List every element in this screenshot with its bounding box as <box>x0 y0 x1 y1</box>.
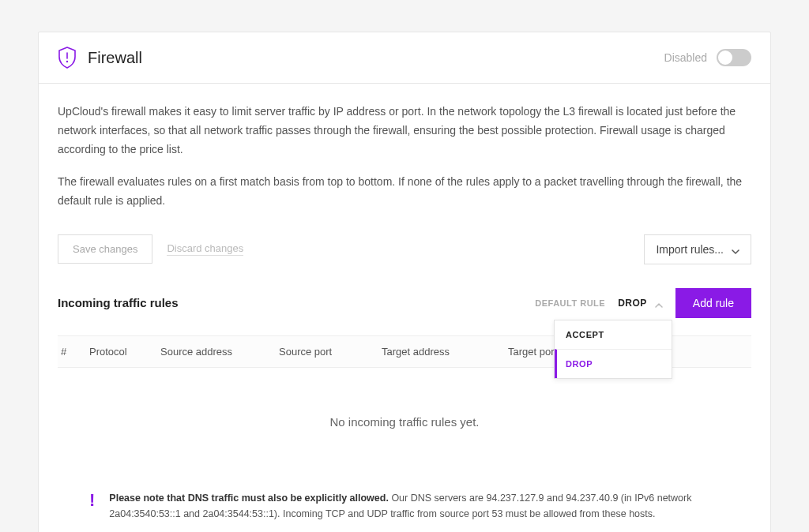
incoming-empty-state: No incoming traffic rules yet. <box>58 368 751 476</box>
card-body: UpCloud's firewall makes it easy to limi… <box>39 84 770 532</box>
page-title: Firewall <box>88 49 142 67</box>
alert-icon: ! <box>89 490 95 532</box>
default-rule-label: DEFAULT RULE <box>535 298 605 308</box>
firewall-card: Firewall Disabled UpCloud's firewall mak… <box>38 32 771 532</box>
incoming-section-header: Incoming traffic rules DEFAULT RULE DROP… <box>58 288 751 318</box>
firewall-status-label: Disabled <box>664 51 707 64</box>
dropdown-option-drop[interactable]: DROP <box>555 349 672 378</box>
chevron-up-icon <box>655 299 663 307</box>
note-text: Please note that DNS traffic must also b… <box>109 490 720 522</box>
description-paragraph-1: UpCloud's firewall makes it easy to limi… <box>58 103 751 159</box>
actions-left: Save changes Discard changes <box>58 234 243 264</box>
svg-point-1 <box>66 61 68 62</box>
import-rules-button[interactable]: Import rules... <box>644 234 751 264</box>
col-source-address: Source address <box>160 346 279 358</box>
note-content: Please note that DNS traffic must also b… <box>109 490 720 532</box>
header-left: Firewall <box>58 47 142 69</box>
default-rule-value: DROP <box>618 298 647 309</box>
incoming-section-controls: DEFAULT RULE DROP Add rule ACCEPT DROP <box>535 288 751 318</box>
dropdown-option-accept[interactable]: ACCEPT <box>555 320 672 349</box>
actions-row: Save changes Discard changes Import rule… <box>58 234 751 264</box>
toggle-knob <box>718 51 732 65</box>
col-source-port: Source port <box>279 346 382 358</box>
description-paragraph-2: The firewall evaluates rules on a first … <box>58 173 751 211</box>
default-rule-select[interactable]: DROP <box>618 298 663 309</box>
col-target-address: Target address <box>382 346 508 358</box>
save-changes-button[interactable]: Save changes <box>58 234 152 264</box>
header-right: Disabled <box>664 49 751 66</box>
incoming-section-title: Incoming traffic rules <box>58 296 179 309</box>
import-rules-label: Import rules... <box>656 243 724 256</box>
add-rule-button[interactable]: Add rule <box>675 288 751 318</box>
card-header: Firewall Disabled <box>39 32 770 84</box>
discard-changes-link[interactable]: Discard changes <box>167 242 243 256</box>
shield-alert-icon <box>58 47 77 69</box>
dns-note: ! Please note that DNS traffic must also… <box>58 484 751 532</box>
chevron-down-icon <box>732 245 739 253</box>
note-bold: Please note that DNS traffic must also b… <box>109 493 389 504</box>
firewall-enable-toggle[interactable] <box>717 49 751 66</box>
col-protocol: Protocol <box>89 346 160 358</box>
default-rule-dropdown: ACCEPT DROP <box>554 320 672 379</box>
col-index: # <box>58 346 89 358</box>
